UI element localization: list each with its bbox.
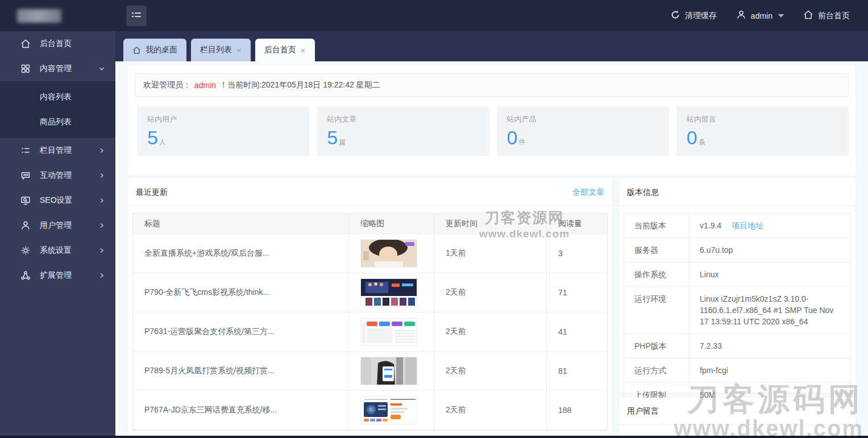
- sidebar-item-seo[interactable]: SEO设置: [0, 188, 115, 213]
- update-time: 2天前: [434, 273, 547, 312]
- article-title[interactable]: P790-全新飞飞cms影视系统/think...: [133, 273, 349, 312]
- table-header-row: 标题缩略图更新时间阅读量: [133, 214, 607, 234]
- version-panel-title: 版本信息: [627, 187, 659, 198]
- recent-panel-title: 最近更新: [136, 187, 168, 198]
- version-row: 运行环境Linux iZzujr1m5k0z1sZ 3.10.0-1160.6.…: [624, 287, 850, 334]
- stat-value: 5: [147, 127, 158, 148]
- topbar: 清理缓存 admin 前台首页: [0, 0, 868, 31]
- sidebar-item-gear[interactable]: 系统设置: [0, 238, 115, 263]
- stat-unit: 人: [159, 138, 166, 146]
- table-row: P790-全新飞飞cms影视系统/think...2天前71: [133, 273, 607, 312]
- update-time: 1天前: [434, 234, 547, 273]
- sidebar-item-label: 后台首页: [40, 39, 105, 49]
- stat-card: 站内文章 5篇: [317, 106, 489, 156]
- seo-icon: [20, 195, 31, 206]
- clear-cache-button[interactable]: 清理缓存: [670, 10, 717, 22]
- chevron-right-icon: [98, 222, 105, 229]
- main-content: 欢迎管理员： admin ！当前时间:2021年05月18日 19:22:42 …: [115, 61, 868, 438]
- column-header: 更新时间: [434, 214, 547, 234]
- version-label: PHP版本: [624, 334, 690, 358]
- sidebar-item-chat[interactable]: 互动管理: [0, 163, 115, 188]
- list-icon: [20, 145, 31, 156]
- version-value: 6.u7u.top: [700, 245, 733, 255]
- chevron-down-icon: [778, 14, 784, 18]
- column-header: 标题: [133, 214, 349, 234]
- stats-row: 站内用户 5人站内文章 5篇站内产品 0件站内留言 0条: [137, 106, 849, 156]
- stat-card: 站内留言 0条: [676, 106, 849, 156]
- username: admin: [751, 11, 773, 20]
- version-value: v1.9.4: [700, 221, 721, 230]
- table-row: P7631-运营版聚合支付系统/第三方...2天前41: [133, 312, 607, 352]
- chevron-right-icon: [98, 272, 105, 279]
- sidebar: 后台首页内容管理内容列表商品列表栏目管理互动管理SEO设置用户管理系统设置扩展管…: [0, 31, 115, 438]
- sidebar-item-grid[interactable]: 内容管理: [0, 56, 115, 81]
- sidebar-item-list[interactable]: 栏目管理: [0, 138, 115, 163]
- front-home-link[interactable]: 前台首页: [803, 10, 850, 22]
- sidebar-item-label: 用户管理: [40, 220, 98, 231]
- thumbnail-image: [360, 357, 417, 385]
- all-articles-link[interactable]: 全部文章: [572, 187, 604, 198]
- project-url-link[interactable]: 项目地址: [732, 221, 763, 230]
- version-label: 服务器: [624, 238, 690, 262]
- tab-label: 后台首页: [264, 45, 296, 55]
- article-title[interactable]: P7631-运营版聚合支付系统/第三方...: [133, 312, 349, 352]
- update-time: 2天前: [434, 352, 547, 391]
- version-row: 运行方式fpm-fcgi: [624, 358, 850, 383]
- thumbnail-image: [360, 396, 417, 424]
- user-messages-panel: 用户留言: [619, 398, 855, 438]
- table-row: P789-5月火凤凰打赏系统/视频打赏...2天前81: [133, 352, 607, 391]
- version-row: 服务器6.u7u.top: [624, 238, 850, 262]
- chevron-right-icon: [98, 147, 105, 154]
- tab-我的桌面[interactable]: 我的桌面: [123, 39, 186, 61]
- read-count: 71: [547, 273, 607, 312]
- sidebar-item-label: 扩展管理: [40, 270, 98, 281]
- sidebar-item-home[interactable]: 后台首页: [0, 31, 115, 56]
- gear-icon: [20, 245, 31, 256]
- front-home-label: 前台首页: [818, 11, 850, 21]
- home-icon: [803, 10, 813, 22]
- sidebar-collapse-button[interactable]: [126, 6, 147, 26]
- close-icon[interactable]: ×: [301, 46, 306, 55]
- column-header: 阅读量: [547, 214, 607, 234]
- stat-label: 站内文章: [327, 114, 479, 124]
- sidebar-item-share[interactable]: 扩展管理: [0, 263, 115, 288]
- welcome-time: ！当前时间:2021年05月18日 19:22:42 星期二: [219, 80, 380, 90]
- home-icon: [132, 46, 141, 55]
- sidebar-submenu: 内容列表商品列表: [0, 81, 115, 138]
- sidebar-item-label: 内容管理: [40, 64, 98, 74]
- version-row: 当前版本v1.9.4项目地址: [624, 214, 850, 238]
- read-count: 188: [547, 391, 607, 430]
- user-menu[interactable]: admin: [736, 10, 784, 22]
- sidebar-subitem[interactable]: 商品列表: [0, 110, 115, 135]
- sidebar-item-label: 系统设置: [40, 245, 98, 256]
- read-count: 3: [547, 234, 607, 273]
- tab-后台首页[interactable]: 后台首页×: [255, 39, 315, 61]
- stat-value: 5: [327, 127, 338, 148]
- user-icon: [20, 220, 31, 231]
- stat-label: 站内用户: [147, 114, 299, 124]
- chevron-right-icon: [98, 172, 105, 179]
- user-icon: [736, 10, 746, 22]
- tab-label: 我的桌面: [146, 45, 177, 55]
- stat-card: 站内产品 0件: [497, 106, 669, 156]
- article-title[interactable]: 全新直播系统+游戏系统/双后台服...: [133, 234, 349, 273]
- stat-value: 0: [507, 127, 518, 148]
- thumbnail-image: [360, 239, 417, 268]
- version-label: 运行环境: [624, 287, 690, 334]
- sidebar-item-user[interactable]: 用户管理: [0, 213, 115, 238]
- version-value: Linux: [700, 270, 719, 279]
- table-row: P767A-JD京东三网话费直充系统/移...2天前188: [133, 391, 607, 430]
- chevron-right-icon: [98, 197, 105, 204]
- thumbnail-image: [360, 278, 417, 307]
- sidebar-subitem[interactable]: 内容列表: [0, 85, 115, 110]
- tab-栏目列表[interactable]: 栏目列表×: [191, 39, 251, 61]
- version-row: 操作系统Linux: [624, 262, 850, 287]
- article-title[interactable]: P767A-JD京东三网话费直充系统/移...: [133, 391, 349, 430]
- article-title[interactable]: P789-5月火凤凰打赏系统/视频打赏...: [133, 352, 349, 391]
- version-value: fpm-fcgi: [700, 366, 728, 375]
- stat-unit: 篇: [339, 138, 346, 146]
- window-bottom-edge: [0, 436, 868, 438]
- column-header: 缩略图: [349, 214, 434, 234]
- close-icon[interactable]: ×: [236, 46, 242, 55]
- tab-label: 栏目列表: [200, 45, 232, 55]
